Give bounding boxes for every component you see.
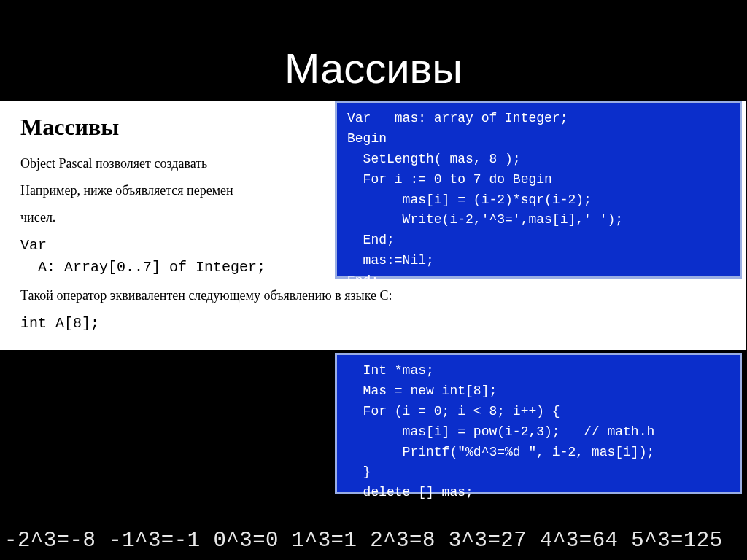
pascal-code-box: Var mas: array of Integer; Begin SetLeng… xyxy=(335,101,742,279)
doc-code-2: int A[8]; xyxy=(20,313,725,335)
doc-para-2a: Например, ниже объявляется перемен xyxy=(20,183,233,198)
doc-code-1-l2: A: Array[0..7] of Integer; xyxy=(20,259,266,276)
c-code-box: Int *mas; Mas = new int[8]; For (i = 0; … xyxy=(335,353,742,494)
pascal-l5: mas[i] = (i-2)*sqr(i-2); xyxy=(347,192,592,207)
pascal-l6: Write(i-2,'^3=',mas[i],' '); xyxy=(347,212,623,227)
c-l5: Printf("%d^3=%d ", i-2, mas[i]); xyxy=(347,445,654,459)
c-l3: For (i = 0; i < 8; i++) { xyxy=(347,404,560,419)
pascal-l8: mas:=Nil; xyxy=(347,253,434,268)
c-l7: delete [] mas; xyxy=(347,485,473,499)
pascal-l7: End; xyxy=(347,233,395,247)
doc-code-1-l1: Var xyxy=(20,237,47,254)
pascal-l1: Var mas: array of Integer; xyxy=(347,111,568,125)
slide-title: Массивы xyxy=(0,44,747,93)
c-l2: Mas = new int[8]; xyxy=(347,384,497,398)
pascal-l9: End; xyxy=(347,273,379,288)
pascal-l4: For i := 0 to 7 do Begin xyxy=(347,172,552,187)
c-l4: mas[i] = pow(i-2,3); // math.h xyxy=(347,424,654,439)
doc-para-1a: Object Pascal позволяет создавать xyxy=(20,156,207,171)
pascal-l3: SetLength( mas, 8 ); xyxy=(347,152,521,166)
c-l6: } xyxy=(347,464,371,479)
pascal-l2: Begin xyxy=(347,131,387,146)
output-bar: -2^3=-8 -1^3=-1 0^3=0 1^3=1 2^3=8 3^3=27… xyxy=(4,529,743,553)
c-l1: Int *mas; xyxy=(347,363,434,378)
